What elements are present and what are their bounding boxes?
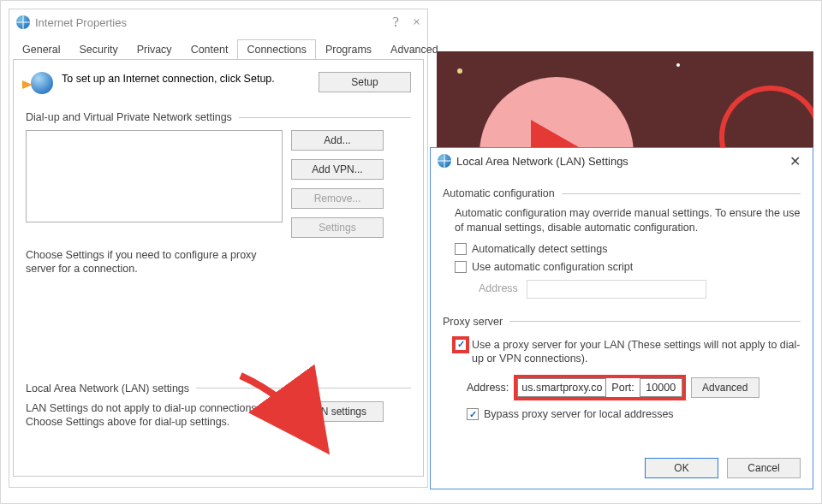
use-proxy-checkbox-box[interactable] xyxy=(455,339,467,351)
internet-icon xyxy=(438,154,451,168)
cancel-button[interactable]: Cancel xyxy=(727,458,801,478)
add-vpn-button[interactable]: Add VPN... xyxy=(291,159,384,180)
internet-properties-window: Internet Properties ? × General Security… xyxy=(9,9,428,488)
auto-detect-label: Automatically detect settings xyxy=(472,242,607,257)
lan-heading: Local Area Network (LAN) settings xyxy=(26,382,189,394)
auto-config-heading: Automatic configuration xyxy=(443,187,555,199)
proxy-port-input[interactable]: 10000 xyxy=(640,378,682,397)
proxy-advanced-button[interactable]: Advanced xyxy=(691,377,759,398)
tab-programs[interactable]: Programs xyxy=(316,39,381,60)
tab-content[interactable]: Content xyxy=(182,39,238,60)
window-title: Internet Properties xyxy=(35,16,393,29)
settings-button: Settings xyxy=(291,217,384,238)
dialup-heading: Dial-up and Virtual Private Network sett… xyxy=(26,111,232,123)
tab-advanced[interactable]: Advanced xyxy=(381,39,448,60)
proxy-heading: Proxy server xyxy=(443,316,503,328)
lan-settings-window: Local Area Network (LAN) Settings ✕ Auto… xyxy=(430,147,813,489)
proxy-note: Choose Settings if you need to configure… xyxy=(26,248,257,276)
lan-note: LAN Settings do not apply to dial-up con… xyxy=(26,401,283,430)
script-address-label: Address xyxy=(479,282,518,296)
remove-button: Remove... xyxy=(291,188,384,209)
internet-properties-titlebar: Internet Properties ? × xyxy=(9,9,427,35)
auto-script-label: Use automatic configuration script xyxy=(472,260,633,275)
close-button[interactable]: ✕ xyxy=(784,153,806,169)
proxy-address-highlight: us.smartproxy.co Port: 10000 xyxy=(514,375,685,400)
tab-general[interactable]: General xyxy=(13,39,69,60)
help-button[interactable]: ? xyxy=(393,15,399,30)
add-button[interactable]: Add... xyxy=(291,130,384,151)
lan-titlebar: Local Area Network (LAN) Settings ✕ xyxy=(431,148,813,174)
background-artwork xyxy=(437,51,813,147)
bypass-local-label: Bypass proxy server for local addresses xyxy=(484,407,674,422)
tab-privacy[interactable]: Privacy xyxy=(128,39,182,60)
lan-window-title: Local Area Network (LAN) Settings xyxy=(456,155,784,168)
use-proxy-label: Use a proxy server for your LAN (These s… xyxy=(472,338,801,367)
connections-panel: To set up an Internet connection, click … xyxy=(13,59,424,477)
tab-connections[interactable]: Connections xyxy=(237,39,316,60)
script-address-input xyxy=(527,280,706,299)
tab-security[interactable]: Security xyxy=(69,39,127,60)
internet-icon xyxy=(16,15,30,29)
proxy-port-label: Port: xyxy=(606,381,639,395)
setup-icon xyxy=(26,72,53,99)
proxy-address-input[interactable]: us.smartproxy.co xyxy=(517,378,606,397)
use-proxy-checkbox[interactable]: Use a proxy server for your LAN (These s… xyxy=(455,338,801,367)
auto-script-checkbox[interactable]: Use automatic configuration script xyxy=(455,260,801,275)
bypass-local-checkbox[interactable]: Bypass proxy server for local addresses xyxy=(467,407,801,422)
lan-settings-button[interactable]: LAN settings xyxy=(291,401,384,422)
setup-text: To set up an Internet connection, click … xyxy=(62,72,310,86)
tabstrip: General Security Privacy Content Connect… xyxy=(9,35,427,59)
auto-detect-checkbox[interactable]: Automatically detect settings xyxy=(455,242,801,257)
setup-button[interactable]: Setup xyxy=(319,72,411,92)
ok-button[interactable]: OK xyxy=(645,458,718,478)
connections-listbox[interactable] xyxy=(26,130,283,222)
proxy-address-label: Address: xyxy=(467,381,509,395)
close-button[interactable]: × xyxy=(413,15,420,30)
auto-config-text: Automatic configuration may override man… xyxy=(443,203,801,239)
